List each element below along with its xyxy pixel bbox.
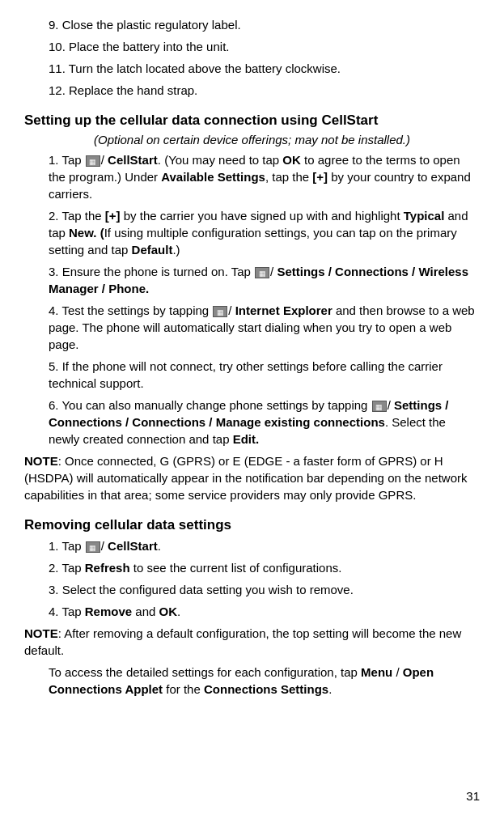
item-num: 2. Tap Refresh to see the current list o…: [49, 561, 341, 575]
item-num: 4. Tap Remove and OK.: [49, 605, 180, 618]
item-num: 4. Test the settings by tapping: [49, 303, 212, 317]
item-text: / CellStart. (You may need to tap OK to …: [49, 153, 471, 201]
section1-item-5: 5. If the phone will not connect, try ot…: [49, 358, 480, 392]
section2-note2: To access the detailed settings for each…: [49, 664, 480, 698]
item-num: 3. Ensure the phone is turned on. Tap: [49, 265, 254, 278]
ie-icon-4: ▦: [213, 306, 227, 317]
item-num: 3. Select the configured data setting yo…: [49, 583, 354, 596]
page-number: 31: [466, 789, 480, 803]
section1-item-4: 4. Test the settings by tapping ▦/ Inter…: [49, 302, 480, 353]
list-item: 11. Turn the latch located above the bat…: [49, 60, 480, 77]
intro-list: 9. Close the plastic regulatory label. 1…: [24, 16, 480, 99]
cellstart-icon-s2-1: ▦: [86, 541, 100, 553]
section1-heading: Setting up the cellular data connection …: [24, 112, 480, 129]
cellstart-icon-1: ▦: [86, 155, 100, 167]
item-num: 6. You can also manually change phone se…: [49, 398, 371, 412]
section2-item-4: 4. Tap Remove and OK.: [49, 603, 480, 620]
settings-icon-6: ▦: [372, 401, 387, 412]
item-num: 2. Tap the [+] by the carrier you have s…: [49, 209, 468, 257]
page-content: 9. Close the plastic regulatory label. 1…: [24, 16, 480, 698]
item-text: / CellStart.: [101, 539, 161, 553]
list-item: 12. Replace the hand strap.: [49, 82, 480, 99]
section1-item-3: 3. Ensure the phone is turned on. Tap ▦/…: [49, 263, 480, 297]
list-item: 9. Close the plastic regulatory label.: [49, 16, 480, 33]
item-num: 5. If the phone will not connect, try ot…: [49, 359, 443, 390]
item-num: 1. Tap: [49, 153, 85, 167]
section2-heading: Removing cellular data settings: [24, 516, 480, 534]
section1-item-1: 1. Tap ▦/ CellStart. (You may need to ta…: [49, 151, 480, 202]
section1-item-6: 6. You can also manually change phone se…: [49, 397, 480, 448]
section2-item-3: 3. Select the configured data setting yo…: [49, 581, 480, 598]
section1-item-2: 2. Tap the [+] by the carrier you have s…: [49, 207, 480, 258]
section1-subheading: (Optional on certain device offerings; m…: [24, 133, 480, 146]
section2-note1: NOTE: After removing a default configura…: [24, 625, 480, 659]
settings-icon-3: ▦: [255, 267, 269, 278]
item-num: 1. Tap: [49, 539, 85, 553]
section1-note: NOTE: Once connected, G (GPRS) or E (EDG…: [24, 452, 480, 503]
section2-item-2: 2. Tap Refresh to see the current list o…: [49, 559, 480, 576]
section2-item-1: 1. Tap ▦/ CellStart.: [49, 537, 480, 554]
list-item: 10. Place the battery into the unit.: [49, 38, 480, 55]
